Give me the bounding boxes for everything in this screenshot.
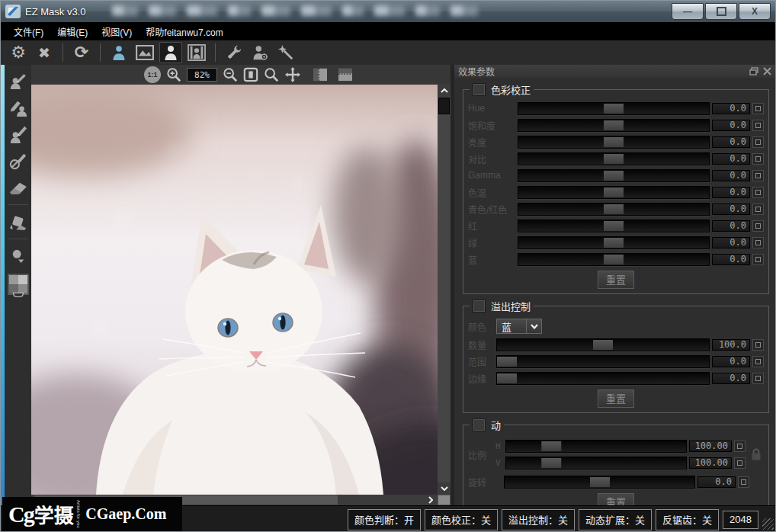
scroll-down-button[interactable] (438, 482, 451, 495)
zoom-out-button[interactable] (223, 67, 238, 82)
slider-handle[interactable] (604, 238, 624, 248)
float-panel-icon[interactable] (749, 67, 758, 75)
slider-track[interactable] (518, 203, 710, 216)
split-vertical-button[interactable] (313, 68, 328, 82)
scale-h-slider[interactable] (505, 440, 687, 453)
menu-item[interactable]: 文件(F) (7, 22, 50, 41)
keyframe-button[interactable] (752, 136, 764, 148)
split-horizontal-button[interactable] (338, 68, 353, 82)
keyframe-button[interactable] (734, 441, 746, 452)
spill-color-dropdown[interactable]: 蓝 (496, 319, 542, 334)
slider-handle[interactable] (590, 477, 610, 487)
color-correction-reset-button[interactable]: 重置 (598, 271, 634, 289)
lock-icon[interactable] (751, 448, 762, 461)
refresh-icon[interactable]: ⟳ (70, 42, 93, 63)
keyframe-button[interactable] (752, 237, 764, 248)
color-correction-checkbox[interactable] (473, 83, 486, 96)
fill-bucket-tool-icon[interactable] (8, 212, 29, 232)
menu-item[interactable]: 编辑(E) (50, 22, 95, 41)
draw-background-tool-icon[interactable] (8, 98, 29, 117)
slider-handle[interactable] (604, 154, 624, 164)
slider-value[interactable]: 0.0 (712, 187, 750, 198)
zoom-level-field[interactable]: 82% (187, 68, 217, 82)
zoom-in-button[interactable] (166, 67, 181, 82)
delete-x-icon[interactable]: ✖ (33, 42, 56, 63)
scale-h-value[interactable]: 100.00 (689, 441, 732, 452)
slider-handle[interactable] (604, 221, 624, 231)
slider-value[interactable]: 0.0 (712, 153, 750, 165)
slider-track[interactable] (496, 338, 710, 351)
menu-item[interactable]: 帮助feitanwu7.com (139, 22, 229, 41)
slider-value[interactable]: 0.0 (712, 103, 750, 114)
slider-value[interactable]: 0.0 (712, 220, 750, 232)
spill-control-checkbox[interactable] (473, 300, 486, 312)
vertical-scroll-thumb[interactable] (438, 98, 450, 114)
maximize-button[interactable] (705, 3, 737, 20)
brush-size-tool-icon[interactable] (8, 246, 29, 266)
slider-track[interactable] (518, 119, 710, 132)
person-mask-icon[interactable] (159, 42, 182, 63)
slider-track[interactable] (518, 186, 710, 199)
slider-value[interactable]: 0.0 (712, 356, 750, 367)
keyframe-button[interactable] (752, 373, 764, 384)
slider-handle[interactable] (604, 137, 624, 147)
slider-value[interactable]: 100.0 (712, 339, 750, 351)
scale-v-slider[interactable] (505, 457, 687, 470)
slider-value[interactable]: 0.0 (712, 254, 750, 265)
slider-value[interactable]: 0.0 (712, 170, 750, 181)
view-swatches-tool-icon[interactable] (8, 273, 29, 299)
slider-value[interactable]: 0.0 (712, 237, 750, 248)
slider-handle[interactable] (497, 373, 517, 383)
slider-track[interactable] (518, 152, 710, 165)
slider-value[interactable]: 0.0 (712, 136, 750, 148)
keyframe-button[interactable] (752, 204, 764, 215)
keyframe-button[interactable] (752, 187, 764, 198)
draw-foreground-tool-icon[interactable] (8, 71, 29, 91)
rotate-slider[interactable] (504, 476, 695, 489)
rotate-value[interactable]: 0.0 (697, 476, 736, 488)
settings-gear-icon[interactable]: ⚙ (7, 42, 30, 63)
slider-track[interactable] (496, 372, 710, 385)
slider-handle[interactable] (497, 357, 517, 367)
magnifier-button[interactable] (264, 67, 279, 82)
slider-track[interactable] (518, 102, 710, 115)
slider-track[interactable] (518, 136, 710, 149)
slider-handle[interactable] (593, 340, 613, 350)
scroll-up-button[interactable] (438, 85, 451, 97)
close-panel-icon[interactable] (763, 67, 771, 75)
keyframe-button[interactable] (752, 339, 764, 351)
scroll-right-button[interactable] (425, 495, 437, 505)
slider-handle[interactable] (604, 171, 624, 181)
keyframe-button[interactable] (738, 476, 749, 488)
spill-control-reset-button[interactable]: 重置 (598, 389, 634, 408)
person-frame-icon[interactable] (185, 42, 208, 63)
keyframe-button[interactable] (752, 153, 764, 165)
slider-track[interactable] (518, 220, 710, 232)
keyframe-button[interactable] (752, 170, 764, 181)
keyframe-button[interactable] (752, 356, 764, 367)
minimize-button[interactable]: — (672, 3, 704, 20)
fit-view-button[interactable] (243, 67, 258, 82)
menu-item[interactable]: 视图(V) (95, 22, 139, 41)
keyframe-button[interactable] (752, 220, 764, 232)
image-viewport[interactable] (31, 85, 438, 495)
slider-handle[interactable] (604, 187, 624, 197)
vertical-scrollbar[interactable] (438, 85, 451, 495)
slider-track[interactable] (518, 253, 710, 266)
image-icon[interactable] (133, 42, 156, 63)
slider-handle[interactable] (541, 441, 561, 451)
pan-move-button[interactable] (284, 66, 301, 83)
scale-v-value[interactable]: 100.00 (689, 457, 732, 469)
actual-size-button[interactable]: 1:1 (144, 66, 161, 83)
slider-handle[interactable] (604, 104, 624, 114)
slider-handle[interactable] (604, 204, 624, 214)
person-settings-icon[interactable] (249, 42, 271, 63)
resize-grip[interactable] (762, 518, 774, 530)
keyframe-button[interactable] (752, 120, 764, 131)
close-button[interactable]: X (739, 3, 771, 20)
slider-value[interactable]: 0.0 (712, 373, 750, 384)
slider-track[interactable] (496, 355, 710, 368)
remove-stroke-tool-icon[interactable] (8, 151, 29, 171)
eraser-tool-icon[interactable] (8, 178, 29, 197)
slider-handle[interactable] (604, 120, 624, 130)
